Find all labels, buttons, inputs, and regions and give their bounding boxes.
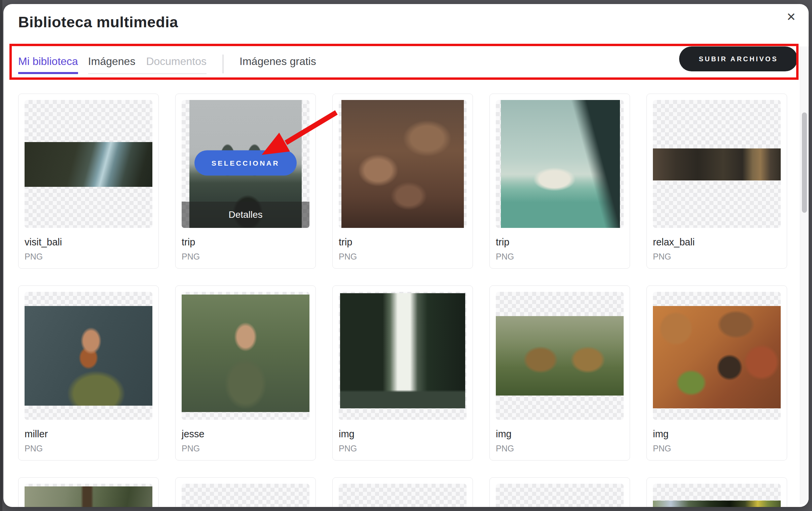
media-image <box>653 306 781 408</box>
media-name: img <box>653 429 781 440</box>
media-thumbnail[interactable] <box>182 484 310 507</box>
media-name: trip <box>496 237 624 248</box>
media-thumbnail[interactable] <box>182 292 310 420</box>
media-image <box>653 501 781 507</box>
backdrop <box>0 0 2 511</box>
media-card-trip-crowd[interactable]: trip PNG <box>332 93 473 269</box>
media-image <box>341 100 464 228</box>
media-thumbnail[interactable] <box>653 292 781 420</box>
media-grid: visit_bali PNG Detalles SELECCIONAR trip… <box>18 93 787 507</box>
media-image <box>182 295 310 412</box>
tab-images[interactable]: Imágenes <box>88 55 136 68</box>
media-name: trip <box>182 237 310 248</box>
details-bar[interactable]: Detalles <box>182 201 310 228</box>
media-card-miller[interactable]: miller PNG <box>18 286 159 460</box>
tab-free-images[interactable]: Imágenes gratis <box>239 55 316 74</box>
media-card-visit-bali[interactable]: visit_bali PNG <box>18 93 159 269</box>
media-type: PNG <box>182 252 310 262</box>
media-card-partial[interactable] <box>175 477 316 507</box>
media-thumbnail[interactable] <box>653 100 781 228</box>
media-card-relax-bali[interactable]: relax_bali PNG <box>646 93 787 269</box>
media-thumbnail[interactable] <box>25 292 152 420</box>
page-title: Biblioteca multimedia <box>18 14 178 31</box>
media-name: relax_bali <box>653 237 781 248</box>
upload-files-button[interactable]: SUBIR ARCHIVOS <box>679 47 798 71</box>
media-type: PNG <box>339 252 467 262</box>
media-thumbnail[interactable]: Detalles SELECCIONAR <box>182 100 310 228</box>
media-name: img <box>496 429 624 440</box>
media-card-partial[interactable] <box>489 477 630 507</box>
media-name: miller <box>25 429 152 440</box>
tab-bar: Mi biblioteca Imágenes Documentos Imágen… <box>18 55 316 74</box>
media-card-trip-pool[interactable]: trip PNG <box>489 93 630 269</box>
media-card-trip-hovered[interactable]: Detalles SELECCIONAR trip PNG <box>175 93 316 269</box>
media-type: PNG <box>339 444 467 453</box>
media-thumbnail[interactable] <box>653 484 781 507</box>
media-type: PNG <box>653 444 781 453</box>
media-thumbnail[interactable] <box>25 100 152 228</box>
media-image <box>501 100 619 228</box>
media-card-partial[interactable] <box>332 477 473 507</box>
media-library-modal: Biblioteca multimedia ✕ Mi biblioteca Im… <box>3 4 809 507</box>
media-image <box>25 142 152 187</box>
media-card-partial[interactable] <box>18 477 159 507</box>
details-label: Detalles <box>228 209 262 220</box>
media-image <box>496 316 624 396</box>
media-card-jesse[interactable]: jesse PNG <box>175 286 316 460</box>
media-name: jesse <box>182 429 310 440</box>
close-icon[interactable]: ✕ <box>783 9 799 25</box>
media-card-img-farmer[interactable]: img PNG <box>489 286 630 460</box>
media-name: img <box>339 429 467 440</box>
media-image <box>653 149 781 181</box>
media-type: PNG <box>25 252 152 262</box>
media-thumbnail[interactable] <box>339 292 467 420</box>
media-thumbnail[interactable] <box>25 484 152 507</box>
select-button[interactable]: SELECCIONAR <box>195 151 297 176</box>
media-type: PNG <box>25 444 152 453</box>
media-thumbnail[interactable] <box>339 100 467 228</box>
media-card-img-waterfall[interactable]: img PNG <box>332 286 473 460</box>
media-image <box>25 306 152 406</box>
media-card-img-food[interactable]: img PNG <box>646 286 787 460</box>
media-thumbnail[interactable] <box>496 100 624 228</box>
tab-group: Imágenes Documentos <box>88 55 206 74</box>
tab-documents[interactable]: Documentos <box>146 55 206 68</box>
media-type: PNG <box>653 252 781 262</box>
media-type: PNG <box>496 252 624 262</box>
media-thumbnail[interactable] <box>496 292 624 420</box>
media-image <box>25 486 152 507</box>
media-type: PNG <box>182 444 310 453</box>
media-thumbnail[interactable] <box>339 484 467 507</box>
tab-my-library[interactable]: Mi biblioteca <box>18 55 78 74</box>
media-name: trip <box>339 237 467 248</box>
media-thumbnail[interactable] <box>496 484 624 507</box>
media-type: PNG <box>496 444 624 453</box>
media-name: visit_bali <box>25 237 152 248</box>
scrollbar-thumb[interactable] <box>802 112 807 213</box>
media-card-partial[interactable] <box>646 477 787 507</box>
media-image <box>340 293 465 408</box>
scrollbar-track[interactable] <box>800 47 809 504</box>
tab-divider <box>223 55 223 73</box>
